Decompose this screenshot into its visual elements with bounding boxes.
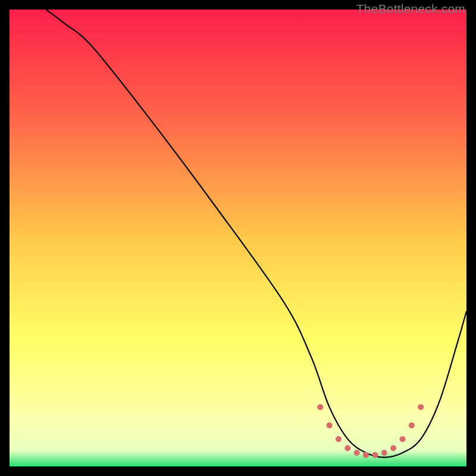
watermark-text: TheBottleneck.com [356,2,465,16]
optimal-dot [390,445,396,451]
optimal-dot [345,445,350,451]
optimal-dot [399,436,405,442]
optimal-dot [327,422,333,428]
optimal-dot [381,450,387,456]
optimal-dot [409,422,415,428]
chart-frame [10,10,466,466]
optimal-dot [418,404,424,410]
optimal-dot [372,452,378,458]
chart-svg [10,10,466,466]
optimal-dot [336,436,342,442]
optimal-dot [317,404,323,410]
optimal-dot [354,450,360,456]
optimal-dot [363,452,369,458]
